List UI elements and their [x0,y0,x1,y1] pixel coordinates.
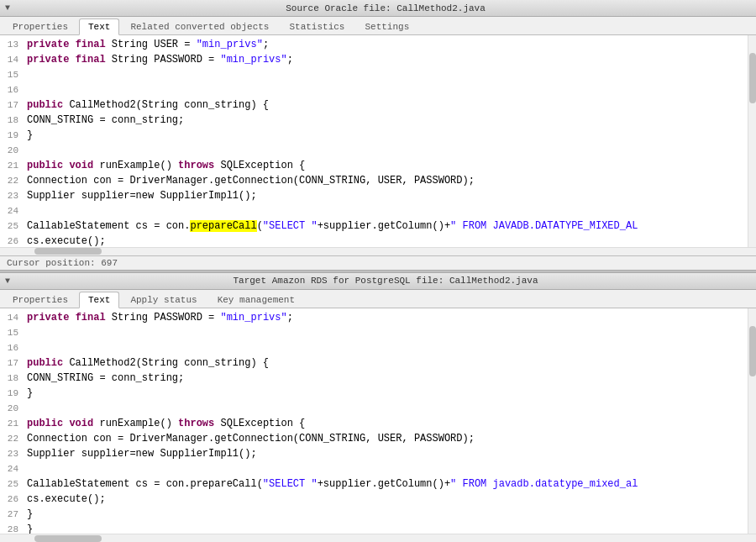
code-token: "min_privs" [197,39,263,50]
table-row: 13 private final String USER = "min_priv… [0,37,748,52]
code-token [69,39,75,50]
line-number: 19 [0,128,27,143]
table-row: 15 [0,67,748,82]
table-row: 19 } [0,128,748,143]
line-number: 15 [0,67,27,82]
code-token: void [69,418,93,429]
top-code-content: 13 private final String USER = "min_priv… [0,35,756,247]
code-token: CallableStatement cs = con. [27,220,190,232]
line-number: 20 [0,143,27,158]
line-number: 25 [0,218,27,234]
tab-text-top[interactable]: Text [79,18,119,35]
code-token: final [76,312,106,324]
table-row: 27 } [0,507,748,522]
code-token: runExample() [93,160,178,171]
line-code: Connection con = DriverManager.getConnec… [27,173,475,188]
tab-statistics-top[interactable]: Statistics [280,18,354,34]
tab-key-management-bottom[interactable]: Key management [208,292,304,308]
line-number: 13 [0,37,27,52]
line-code: } [27,522,33,534]
code-token: "SELECT " [263,478,318,490]
top-scroll-thumb[interactable] [749,53,756,103]
table-row: 23 Supplier supplier=new SupplierImpl1()… [0,188,748,203]
line-number: 22 [0,173,27,188]
cursor-position: Cursor position: 697 [7,258,118,268]
top-tabs-bar: Properties Text Related converted object… [0,17,756,35]
line-number: 18 [0,113,27,128]
table-row: 19 } [0,386,748,401]
table-row: 26 cs.execute(); [0,492,748,507]
bottom-scrollbar[interactable] [748,308,756,534]
bottom-panel-title: Target Amazon RDS for PostgreSQL file: C… [15,274,756,287]
tab-settings-top[interactable]: Settings [355,18,418,34]
code-token: CONN_STRING = conn_string; [27,114,184,126]
tab-text-bottom[interactable]: Text [79,292,119,308]
code-token: "SELECT " [263,220,318,232]
line-number: 15 [0,325,27,340]
code-token: private [27,312,69,324]
table-row: 25 CallableStatement cs = con.prepareCal… [0,218,748,234]
line-number: 24 [0,461,27,476]
code-token: " FROM javadb.datatype_mixed_al [450,478,638,490]
bottom-hscroll-thumb[interactable] [34,535,102,542]
code-token: CallMethod2(String conn_string) { [63,99,269,111]
bottom-tabs-bar: Properties Text Apply status Key managem… [0,290,756,308]
line-code: private final String PASSWORD = "min_pri… [27,52,293,67]
code-token: +supplier.getColumn()+ [318,220,450,232]
line-code: Connection con = DriverManager.getConnec… [27,431,475,446]
code-token: } [27,129,33,141]
code-token: ( [257,220,263,232]
code-token: void [69,160,93,171]
code-token: "min_privs" [220,312,286,324]
code-token: String PASSWORD = [106,54,221,66]
line-code: CONN_STRING = conn_string; [27,371,184,386]
code-token: Connection con = DriverManager.getConnec… [27,175,475,187]
bottom-scroll-thumb[interactable] [749,326,756,376]
top-hscroll-thumb[interactable] [34,248,102,255]
code-token: cs.execute(); [27,493,106,505]
code-token: CONN_STRING = conn_string; [27,372,184,384]
code-token: public [27,357,63,369]
bottom-collapse-arrow[interactable]: ▼ [0,276,15,287]
tab-related-top[interactable]: Related converted objects [121,18,278,34]
line-number: 14 [0,52,27,67]
top-collapse-arrow[interactable]: ▼ [0,3,15,13]
line-number: 22 [0,431,27,446]
line-code: cs.execute(); [27,234,106,247]
table-row: 14 private final String PASSWORD = "min_… [0,52,748,67]
top-hscrollbar[interactable] [0,247,756,255]
tab-properties-bottom[interactable]: Properties [3,292,77,308]
code-token: cs.execute(); [27,235,106,247]
tab-properties-top[interactable]: Properties [3,18,77,34]
line-code: } [27,128,33,143]
table-row: 18 CONN_STRING = conn_string; [0,113,748,128]
code-token: public [27,160,63,171]
line-number: 24 [0,203,27,218]
line-code: cs.execute(); [27,492,106,507]
table-row: 16 [0,82,748,97]
code-token: CallableStatement cs = con.prepareCall( [27,478,263,490]
line-code: public CallMethod2(String conn_string) { [27,355,269,371]
tab-apply-status-bottom[interactable]: Apply status [121,292,206,308]
code-token: } [27,524,33,534]
line-code: Supplier supplier=new SupplierImpl1(); [27,188,257,203]
code-token: +supplier.getColumn()+ [318,478,450,490]
top-scrollbar[interactable] [748,35,756,247]
bottom-hscrollbar[interactable] [0,534,756,542]
bottom-code-content: 14 private final String PASSWORD = "min_… [0,308,756,534]
line-number: 18 [0,371,27,386]
code-token: final [76,39,106,50]
line-number: 21 [0,158,27,173]
line-number: 16 [0,82,27,97]
code-token: throws [178,160,214,171]
code-token: Connection con = DriverManager.getConnec… [27,433,475,445]
table-row: 20 [0,401,748,416]
table-row: 24 [0,203,748,218]
top-status-bar: Cursor position: 697 [0,255,756,270]
code-token: } [27,508,33,520]
line-number: 28 [0,522,27,534]
line-number: 17 [0,355,27,371]
top-panel-header-bar: ▼ Source Oracle file: CallMethod2.java [0,0,756,17]
code-token: CallMethod2(String conn_string) { [63,357,269,369]
table-row: 17 public CallMethod2(String conn_string… [0,97,748,113]
